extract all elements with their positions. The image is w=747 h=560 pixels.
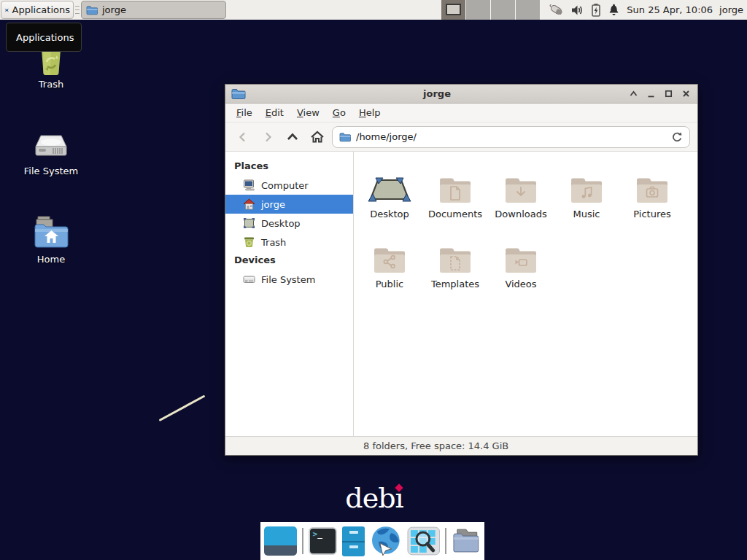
application-finder-icon[interactable] bbox=[407, 526, 441, 556]
menubar: File Edit View Go Help bbox=[225, 104, 697, 122]
menu-go[interactable]: Go bbox=[326, 104, 352, 121]
window-title: jorge bbox=[246, 88, 628, 99]
taskbar-button[interactable]: jorge bbox=[81, 1, 226, 19]
folder-pictures-icon bbox=[635, 175, 670, 206]
window-folder-icon[interactable] bbox=[231, 88, 246, 100]
places-header: Places bbox=[225, 158, 353, 176]
reload-icon[interactable] bbox=[671, 131, 683, 143]
menu-help[interactable]: Help bbox=[352, 104, 387, 121]
debian-logo-text: deb bbox=[345, 482, 395, 514]
terminal-icon[interactable]: >_ bbox=[309, 527, 338, 555]
statusbar: 8 folders, Free space: 14.4 GiB bbox=[225, 436, 697, 455]
workspace-3[interactable] bbox=[491, 0, 516, 20]
battery-charging-icon[interactable] bbox=[591, 3, 601, 17]
web-browser-icon[interactable] bbox=[370, 526, 402, 556]
home-icon bbox=[243, 198, 255, 210]
computer-icon bbox=[243, 179, 255, 191]
user-menu[interactable]: jorge bbox=[719, 4, 743, 15]
file-item-videos[interactable]: Videos bbox=[488, 230, 554, 300]
workspace-4[interactable] bbox=[516, 0, 541, 20]
sidebar-item-jorge[interactable]: jorge bbox=[225, 195, 353, 214]
workspace-window-thumb bbox=[446, 4, 461, 15]
back-button[interactable] bbox=[233, 127, 253, 147]
sidebar-item-trash[interactable]: Trash bbox=[225, 233, 353, 252]
file-manager-window: jorge File Edit View Go Help bbox=[225, 84, 698, 456]
drive-small-icon bbox=[243, 273, 255, 285]
xfce-logo-icon bbox=[4, 4, 9, 17]
maximize-button[interactable] bbox=[663, 88, 674, 99]
file-item-desktop[interactable]: Desktop bbox=[357, 160, 422, 230]
dock-separator bbox=[302, 528, 303, 554]
hard-drive-icon bbox=[33, 127, 69, 163]
file-item-public[interactable]: Public bbox=[357, 230, 422, 300]
desktop-surface-icon bbox=[365, 175, 414, 206]
shade-button[interactable] bbox=[628, 88, 639, 99]
desktop-icon bbox=[243, 217, 255, 229]
show-desktop-icon[interactable] bbox=[264, 526, 297, 556]
path-folder-icon bbox=[339, 132, 351, 142]
up-button[interactable] bbox=[282, 127, 303, 147]
file-item-music[interactable]: Music bbox=[554, 160, 619, 230]
workspace-2[interactable] bbox=[466, 0, 491, 20]
menu-edit[interactable]: Edit bbox=[259, 104, 290, 121]
home-folder-icon bbox=[31, 214, 71, 252]
sidebar-item-computer[interactable]: Computer bbox=[225, 176, 353, 195]
volume-icon[interactable] bbox=[570, 4, 584, 17]
panel-handle[interactable] bbox=[75, 4, 80, 15]
system-tray: Sun 25 Apr, 10:06 jorge bbox=[549, 0, 743, 20]
mouse-icon[interactable] bbox=[549, 3, 564, 17]
close-button[interactable] bbox=[681, 88, 692, 99]
folder-videos-icon bbox=[503, 245, 538, 276]
stray-line bbox=[159, 394, 206, 421]
statusbar-text: 8 folders, Free space: 14.4 GiB bbox=[363, 440, 508, 451]
folder-documents-icon bbox=[438, 175, 473, 206]
workspace-switcher bbox=[441, 0, 541, 20]
folder-music-icon bbox=[569, 175, 604, 206]
folder-downloads-icon bbox=[503, 175, 538, 206]
sidebar-item-file-system[interactable]: File System bbox=[225, 270, 353, 289]
minimize-button[interactable] bbox=[646, 88, 657, 99]
file-grid: Desktop Documents bbox=[354, 152, 697, 436]
file-cabinet-icon[interactable] bbox=[342, 526, 365, 556]
home-button[interactable] bbox=[307, 127, 328, 147]
desktop-icon-label: Trash bbox=[39, 79, 63, 90]
workspace-1[interactable] bbox=[441, 0, 466, 20]
toolbar bbox=[225, 122, 697, 152]
file-item-templates[interactable]: Templates bbox=[422, 230, 488, 300]
file-item-downloads[interactable]: Downloads bbox=[488, 160, 554, 230]
desktop-icon-label: File System bbox=[24, 166, 78, 176]
notifications-bell-icon[interactable] bbox=[608, 4, 620, 17]
taskbar-label: jorge bbox=[102, 4, 126, 15]
sidebar: Places Computer bbox=[225, 152, 354, 436]
devices-header: Devices bbox=[225, 252, 353, 270]
desktop-icon-file-system[interactable]: File System bbox=[16, 127, 86, 176]
desktop-icon-label: Home bbox=[37, 254, 65, 265]
applications-label: Applications bbox=[12, 4, 70, 15]
top-panel: Applications jorge bbox=[0, 0, 747, 20]
sidebar-item-desktop[interactable]: Desktop bbox=[225, 214, 353, 233]
dock: >_ bbox=[260, 522, 484, 560]
dock-separator bbox=[445, 528, 446, 554]
file-manager-icon[interactable] bbox=[452, 526, 481, 556]
file-item-pictures[interactable]: Pictures bbox=[619, 160, 685, 230]
path-bar[interactable] bbox=[332, 126, 690, 148]
desktop-icon-home[interactable]: Home bbox=[20, 214, 82, 265]
desktop: Trash File System Home debıan bbox=[0, 0, 747, 560]
taskbar-folder-icon bbox=[86, 5, 98, 15]
folder-public-icon bbox=[372, 245, 407, 276]
clock[interactable]: Sun 25 Apr, 10:06 bbox=[627, 4, 713, 15]
applications-tooltip: Applications bbox=[6, 23, 82, 52]
menu-file[interactable]: File bbox=[230, 104, 259, 121]
menu-view[interactable]: View bbox=[290, 104, 326, 121]
applications-button[interactable]: Applications bbox=[1, 1, 74, 19]
forward-button[interactable] bbox=[258, 127, 278, 147]
file-item-documents[interactable]: Documents bbox=[422, 160, 488, 230]
folder-templates-icon bbox=[438, 245, 473, 276]
trash-small-icon bbox=[243, 236, 255, 248]
titlebar[interactable]: jorge bbox=[225, 85, 697, 104]
path-input[interactable] bbox=[356, 131, 666, 142]
